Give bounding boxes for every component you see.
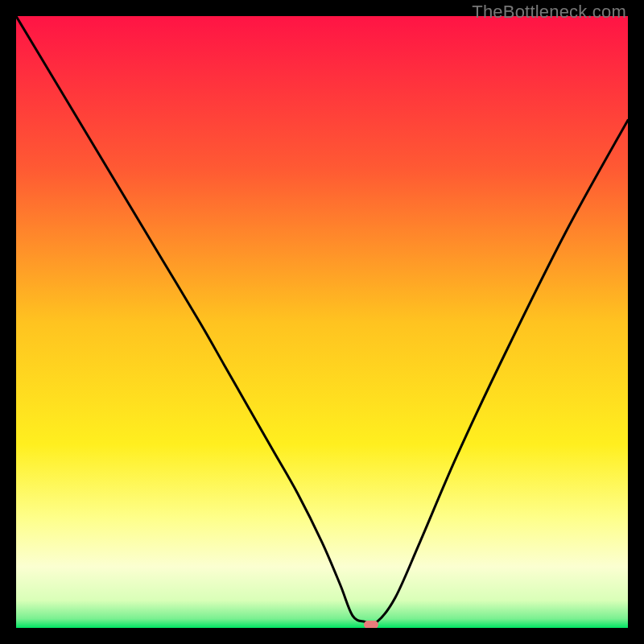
bottleneck-curve: [16, 16, 628, 628]
watermark-text: TheBottleneck.com: [472, 2, 626, 23]
plot-area: [16, 16, 628, 628]
optimal-point-marker: [364, 621, 378, 628]
chart-frame: TheBottleneck.com: [0, 0, 644, 644]
